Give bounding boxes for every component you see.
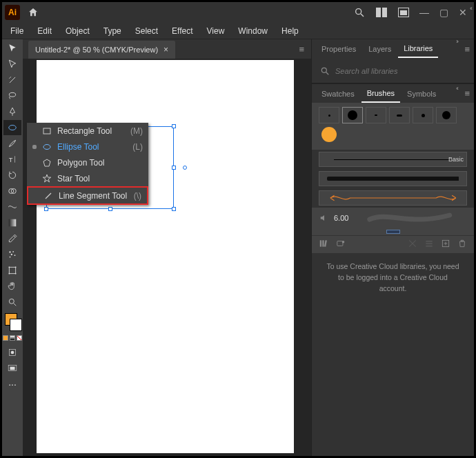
svg-marker-27 (43, 159, 50, 166)
color-mode-gradient[interactable] (10, 335, 15, 341)
type-tool[interactable]: T (3, 152, 21, 167)
panel-tab-brushes[interactable]: Brushes (361, 85, 400, 103)
menubar: FileEditObjectTypeSelectEffectViewWindow… (2, 23, 474, 39)
menu-select[interactable]: Select (128, 23, 165, 39)
menu-view[interactable]: View (200, 23, 232, 39)
menu-file[interactable]: File (3, 23, 30, 39)
panel-tab-layers[interactable]: Layers (363, 41, 397, 57)
libraries-search-row (312, 59, 474, 83)
flyout-rectangle-tool[interactable]: Rectangle Tool(M) (27, 123, 148, 139)
panel-tabs-top: PropertiesLayersLibraries≡ (312, 39, 474, 59)
panel-tab-properties[interactable]: Properties (316, 41, 361, 57)
panel-tab-symbols[interactable]: Symbols (401, 86, 442, 102)
panel-tab-swatches[interactable]: Swatches (316, 86, 360, 102)
app-logo: Ai (5, 5, 20, 20)
svg-point-16 (14, 255, 16, 256)
new-brush-icon[interactable] (441, 239, 450, 251)
hand-tool[interactable] (3, 279, 21, 294)
brush-libraries-icon[interactable] (319, 239, 328, 251)
flyout-star-tool[interactable]: Star Tool (27, 170, 148, 186)
home-icon[interactable] (26, 5, 41, 20)
menu-object[interactable]: Object (59, 23, 97, 39)
brush-preset[interactable] (436, 107, 457, 123)
flyout-line-segment-tool[interactable]: Line Segment Tool(\) (27, 186, 148, 205)
artboard[interactable] (37, 60, 294, 453)
color-mode-none[interactable] (17, 335, 22, 341)
libraries-login-message: To use Creative Cloud libraries, you nee… (312, 253, 474, 302)
minimize-button[interactable]: — (416, 6, 433, 19)
menu-window[interactable]: Window (231, 23, 275, 39)
close-tab-icon[interactable]: × (163, 45, 168, 54)
width-tool[interactable] (3, 199, 21, 215)
brush-preset[interactable] (366, 107, 386, 123)
shape-builder-tool[interactable] (3, 183, 21, 199)
brush-stroke-basic[interactable]: Basic (319, 152, 467, 167)
svg-marker-28 (43, 175, 50, 182)
paintbrush-tool[interactable] (3, 136, 21, 151)
rotate-tool[interactable] (3, 168, 21, 183)
delete-brush-icon[interactable] (457, 239, 467, 251)
svg-rect-35 (324, 240, 327, 247)
brush-stroke-arrow[interactable] (319, 190, 467, 206)
pen-tool[interactable] (3, 104, 21, 119)
magic-wand-tool[interactable] (3, 72, 21, 88)
maximize-button[interactable]: ▢ (435, 6, 452, 19)
close-button[interactable]: ✕ (455, 6, 471, 19)
brush-panel-menu-icon[interactable]: ≡ (464, 88, 470, 99)
shape-tool-flyout: Rectangle Tool(M)Ellipse Tool(L)Polygon … (27, 123, 148, 205)
collapse-brush-panel-icon[interactable]: ‹‹ (456, 85, 457, 92)
brush-preset[interactable] (319, 107, 339, 123)
stroke-swatch[interactable] (10, 319, 22, 331)
shape-tool[interactable] (3, 120, 21, 135)
lasso-tool[interactable] (3, 88, 21, 103)
brush-size-row: 6.00 (312, 208, 474, 228)
brush-libraries-menu-icon[interactable] (335, 239, 346, 251)
libraries-search-input[interactable] (335, 67, 466, 75)
color-mode-color[interactable] (3, 335, 8, 341)
svg-line-1 (361, 14, 364, 17)
menu-effect[interactable]: Effect (165, 23, 199, 39)
brush-preset[interactable] (389, 107, 410, 123)
zoom-tool[interactable] (3, 295, 21, 310)
menu-type[interactable]: Type (97, 23, 128, 39)
menu-edit[interactable]: Edit (30, 23, 59, 39)
edit-toolbar[interactable]: ··· (3, 377, 21, 392)
gradient-tool[interactable] (3, 215, 21, 230)
collapse-panels-icon[interactable]: ›› (456, 38, 457, 45)
svg-point-6 (9, 92, 15, 97)
brush-presets (312, 103, 474, 150)
basic-label: Basic (448, 156, 464, 163)
brush-preset[interactable] (319, 126, 339, 143)
brush-stroke-charcoal[interactable] (319, 171, 467, 186)
remove-stroke-icon (408, 239, 417, 251)
document-tab-label: Untitled-2* @ 50 % (CMYK/Preview) (35, 46, 158, 54)
svg-rect-2 (376, 8, 381, 17)
svg-point-26 (43, 144, 50, 149)
panel-menu-icon[interactable]: ≡ (464, 44, 470, 54)
menu-help[interactable]: Help (275, 23, 306, 39)
collapse-toolbox-icon[interactable]: ‹‹ (470, 5, 471, 12)
flyout-polygon-tool[interactable]: Polygon Tool (27, 155, 148, 170)
svg-rect-34 (322, 240, 324, 246)
svg-point-0 (356, 9, 361, 14)
arrange-documents-icon[interactable] (372, 5, 391, 20)
selection-tool[interactable] (3, 41, 21, 56)
panel-tab-libraries[interactable]: Libraries (398, 40, 438, 58)
direct-selection-tool[interactable] (3, 57, 21, 72)
svg-rect-32 (327, 177, 459, 181)
screen-mode-icon[interactable] (394, 5, 413, 20)
screen-mode-tool[interactable] (3, 361, 21, 376)
document-tab[interactable]: Untitled-2* @ 50 % (CMYK/Preview) × (28, 41, 175, 59)
draw-mode-normal[interactable] (3, 345, 21, 360)
flyout-ellipse-tool[interactable]: Ellipse Tool(L) (27, 139, 148, 155)
eyedropper-tool[interactable] (3, 231, 21, 246)
tabbar-menu-icon[interactable]: ≡ (292, 40, 311, 59)
search-icon[interactable] (350, 5, 369, 20)
options-of-selected-icon (424, 239, 434, 251)
brush-preset[interactable] (413, 107, 433, 123)
symbol-sprayer-tool[interactable] (3, 247, 21, 262)
brush-preset[interactable] (342, 107, 363, 123)
artboard-tool[interactable] (3, 263, 21, 278)
svg-rect-33 (320, 240, 321, 246)
brush-scroll-thumb[interactable] (312, 228, 474, 235)
